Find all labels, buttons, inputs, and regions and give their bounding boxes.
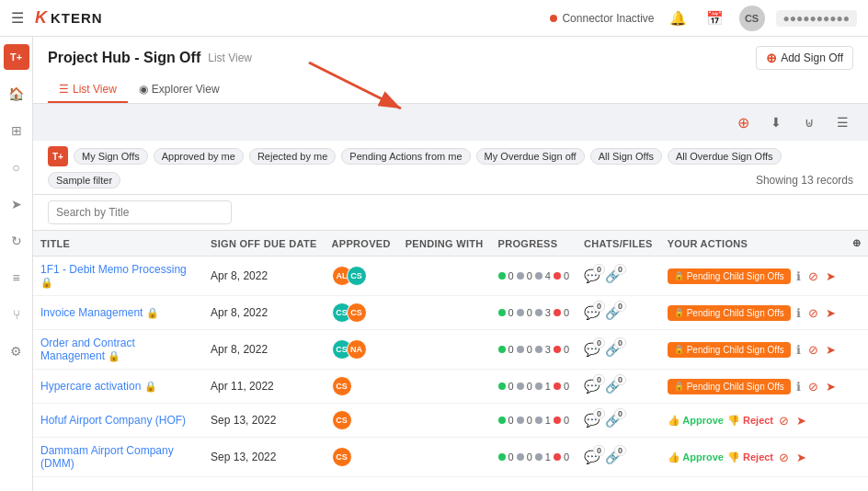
chip-my-overdue[interactable]: My Overdue Sign off [476, 148, 585, 165]
title-link[interactable]: Invoice Management [40, 306, 143, 319]
forward-icon[interactable]: ➤ [794, 412, 808, 429]
sidebar-icon-list[interactable]: ≡ [4, 265, 29, 291]
alert-icon[interactable]: ⊘ [777, 412, 791, 429]
avatar[interactable]: CS [739, 6, 765, 31]
progress-num: 0 [527, 270, 532, 281]
cell-progress: 0030 [491, 296, 577, 330]
notification-icon[interactable]: 🔔 [666, 6, 691, 31]
sidebar-icon-user[interactable]: ○ [4, 154, 29, 180]
progress-num: 3 [545, 344, 551, 355]
hamburger-icon[interactable]: ☰ [11, 9, 24, 27]
title-link[interactable]: Hypercare activation [40, 380, 141, 393]
add-icon-button[interactable]: ⊕ [732, 111, 754, 133]
cell-approved: CS [325, 404, 398, 438]
forward-icon[interactable]: ➤ [824, 378, 838, 395]
cell-approved: ALCS [325, 257, 398, 296]
pending-child-button[interactable]: 🔒 Pending Child Sign Offs [668, 305, 791, 321]
cell-approved: CSNA [325, 330, 398, 370]
cell-pending-with [398, 438, 491, 477]
filter-bar: T+ My Sign Offs Approved by me Rejected … [33, 141, 868, 195]
download-icon-button[interactable]: ⬇ [765, 111, 787, 133]
explorer-view-icon: ◉ [139, 83, 148, 96]
avatar: CS [347, 303, 367, 323]
col-chats-files: Chats/Files [577, 231, 660, 257]
col-add[interactable]: ⊕ [845, 231, 868, 257]
pending-child-button[interactable]: 🔒 Pending Child Sign Offs [668, 268, 791, 284]
cell-title: Order and Contract Management 🔒 [33, 330, 203, 370]
progress-dot [517, 309, 524, 316]
avatar: CS [332, 447, 352, 467]
progress-num: 0 [527, 344, 532, 355]
sidebar-icon-refresh[interactable]: ↻ [4, 228, 29, 254]
add-sign-off-button[interactable]: ⊕ Add Sign Off [756, 46, 853, 70]
title-link[interactable]: Hofuf Airport Company (HOF) [40, 414, 186, 427]
cell-progress: 0030 [491, 330, 577, 370]
progress-num: 1 [545, 451, 551, 462]
sidebar-icon-send[interactable]: ➤ [4, 191, 29, 217]
avatar: CS [332, 410, 352, 430]
chip-my-sign-offs[interactable]: My Sign Offs [74, 148, 148, 165]
forward-icon[interactable]: ➤ [794, 449, 808, 466]
progress-num: 0 [508, 415, 514, 426]
top-nav: ☰ KKTERN Connector Inactive 🔔 📅 CS ●●●●●… [0, 0, 868, 37]
chip-approved-by-me[interactable]: Approved by me [154, 148, 244, 165]
chat-badge: 💬 0 [584, 379, 600, 394]
toolbar-wrapper: ⊕ ⬇ ⊎ ☰ [33, 104, 868, 141]
filter-tag-icon: T+ [48, 146, 68, 166]
alert-icon[interactable]: ⊘ [806, 304, 820, 322]
chip-pending-actions[interactable]: Pending Actions from me [341, 148, 470, 165]
chip-all-overdue[interactable]: All Overdue Sign Offs [668, 148, 782, 165]
sidebar-icon-home[interactable]: 🏠 [4, 81, 29, 107]
cell-progress: 0010 [491, 404, 577, 438]
cell-extra [845, 404, 868, 438]
info-icon[interactable]: ℹ [794, 268, 803, 285]
calendar-icon[interactable]: 📅 [702, 6, 728, 31]
cell-title: Dammam Airport Company (DMM) [33, 438, 203, 477]
pending-child-button[interactable]: 🔒 Pending Child Sign Offs [668, 342, 791, 358]
progress-dot [517, 383, 524, 390]
approve-button[interactable]: 👍 Approve [668, 415, 724, 427]
columns-icon-button[interactable]: ☰ [831, 111, 853, 133]
search-input[interactable] [48, 200, 232, 224]
alert-icon[interactable]: ⊘ [806, 341, 820, 359]
alert-icon[interactable]: ⊘ [777, 449, 791, 466]
tab-list-view[interactable]: ☰ List View [48, 77, 128, 103]
info-icon[interactable]: ℹ [794, 378, 803, 395]
chip-rejected-by-me[interactable]: Rejected by me [249, 148, 336, 165]
approve-button[interactable]: 👍 Approve [668, 451, 724, 463]
reject-button[interactable]: 👎 Reject [727, 451, 773, 463]
forward-icon[interactable]: ➤ [824, 304, 838, 322]
cell-pending-with [398, 404, 491, 438]
sidebar-icon-settings[interactable]: ⚙ [4, 338, 29, 364]
progress-num: 0 [508, 307, 514, 318]
progress-num: 0 [527, 381, 532, 392]
progress-dot [498, 272, 506, 280]
lock-icon: 🔒 [40, 277, 53, 288]
sidebar-icon-grid[interactable]: ⊞ [4, 118, 29, 143]
title-link[interactable]: Dammam Airport Company (DMM) [40, 444, 174, 470]
title-link[interactable]: 1F1 - Debit Memo Processing [40, 263, 187, 276]
alert-icon[interactable]: ⊘ [806, 268, 820, 285]
cell-extra [845, 370, 868, 404]
avatar: CS [332, 376, 352, 396]
alert-icon[interactable]: ⊘ [806, 378, 820, 395]
reject-button[interactable]: 👎 Reject [727, 415, 773, 427]
chip-sample-filter[interactable]: Sample filter [48, 172, 120, 188]
avatar: NA [347, 339, 367, 360]
info-icon[interactable]: ℹ [794, 341, 803, 359]
sidebar-icon-fork[interactable]: ⑂ [4, 302, 29, 327]
lock-icon: 🔒 [146, 307, 159, 318]
pending-child-button[interactable]: 🔒 Pending Child Sign Offs [668, 379, 791, 394]
forward-icon[interactable]: ➤ [824, 341, 838, 359]
filter-icon-button[interactable]: ⊎ [798, 111, 820, 133]
lock-icon: 🔒 [674, 382, 684, 391]
tab-explorer-view[interactable]: ◉ Explorer View [128, 77, 231, 103]
progress-num: 4 [545, 270, 551, 281]
lock-icon: 🔒 [674, 308, 684, 317]
info-icon[interactable]: ℹ [794, 304, 803, 322]
progress-num: 0 [564, 270, 569, 281]
cell-chats-files: 💬 0 🔗 0 [577, 257, 660, 296]
chip-all-sign-offs[interactable]: All Sign Offs [590, 148, 662, 165]
progress-num: 0 [564, 451, 569, 462]
forward-icon[interactable]: ➤ [824, 268, 838, 285]
